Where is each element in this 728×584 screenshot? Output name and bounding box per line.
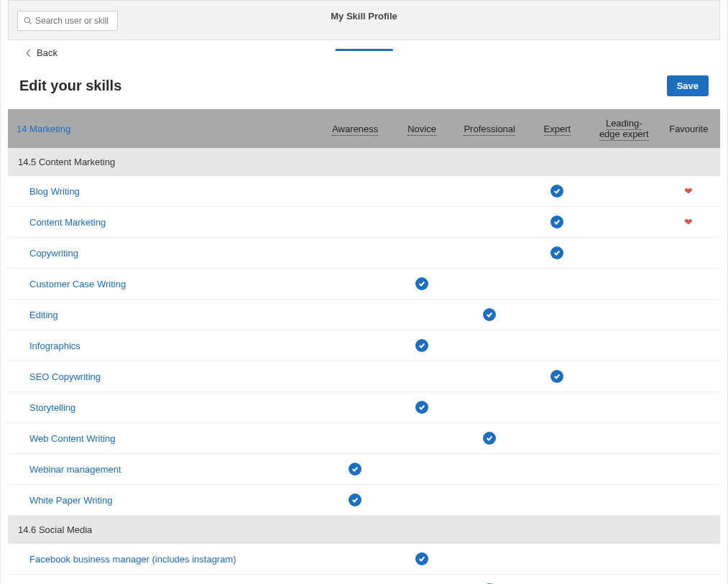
level-cell[interactable] — [591, 330, 658, 361]
favourite-cell[interactable] — [658, 269, 720, 300]
level-cell[interactable] — [455, 454, 524, 485]
level-cell[interactable] — [455, 330, 524, 361]
check-icon[interactable] — [415, 401, 428, 414]
level-cell[interactable] — [455, 269, 524, 300]
level-cell[interactable] — [455, 392, 524, 423]
level-cell[interactable] — [591, 269, 658, 300]
level-cell[interactable] — [591, 485, 658, 516]
level-cell[interactable] — [322, 330, 389, 361]
favourite-cell[interactable] — [658, 485, 720, 516]
skill-link[interactable]: Storytelling — [29, 402, 75, 413]
favourite-cell[interactable] — [658, 392, 720, 423]
level-cell[interactable] — [389, 300, 456, 330]
level-cell[interactable] — [322, 454, 389, 485]
search-box[interactable] — [17, 11, 118, 31]
level-cell[interactable] — [524, 269, 591, 300]
level-cell[interactable] — [591, 544, 658, 575]
level-cell[interactable] — [524, 361, 591, 392]
level-cell[interactable] — [524, 423, 591, 454]
favourite-cell[interactable] — [658, 361, 720, 392]
level-header-expert[interactable]: Expert — [524, 109, 591, 148]
skill-link[interactable]: Customer Case Writing — [29, 279, 126, 289]
favourite-cell[interactable] — [658, 300, 720, 330]
level-cell[interactable] — [389, 176, 456, 207]
level-cell[interactable] — [389, 454, 456, 485]
check-icon[interactable] — [550, 185, 563, 198]
level-cell[interactable] — [591, 207, 658, 238]
level-cell[interactable] — [389, 361, 456, 392]
skill-link[interactable]: Blog Writing — [29, 186, 80, 197]
level-cell[interactable] — [524, 392, 591, 423]
level-cell[interactable] — [322, 207, 389, 238]
heart-icon[interactable]: ❤ — [684, 216, 693, 228]
level-cell[interactable] — [524, 238, 591, 269]
skill-link[interactable]: Infographics — [29, 340, 80, 351]
level-cell[interactable] — [524, 300, 591, 330]
check-icon[interactable] — [349, 493, 361, 506]
level-cell[interactable] — [455, 485, 524, 516]
level-header-leading-edge[interactable]: Leading-edge expert — [591, 109, 658, 148]
favourite-cell[interactable] — [658, 423, 720, 454]
check-icon[interactable] — [483, 432, 496, 445]
level-cell[interactable] — [389, 207, 456, 238]
check-icon[interactable] — [415, 277, 428, 290]
level-cell[interactable] — [322, 238, 389, 269]
skill-link[interactable]: Web Content Writing — [29, 433, 115, 444]
level-cell[interactable] — [591, 392, 658, 423]
level-cell[interactable] — [322, 269, 389, 300]
level-cell[interactable] — [455, 575, 524, 585]
level-cell[interactable] — [524, 207, 591, 238]
level-cell[interactable] — [322, 485, 389, 516]
level-cell[interactable] — [322, 361, 389, 392]
level-cell[interactable] — [524, 330, 591, 361]
level-cell[interactable] — [455, 361, 524, 392]
level-header-awareness[interactable]: Awareness — [322, 109, 389, 148]
level-cell[interactable] — [455, 544, 524, 575]
level-cell[interactable] — [389, 485, 456, 516]
level-cell[interactable] — [524, 485, 591, 516]
skill-link[interactable]: White Paper Writing — [29, 495, 112, 506]
level-cell[interactable] — [455, 423, 524, 454]
level-cell[interactable] — [389, 269, 456, 300]
check-icon[interactable] — [550, 370, 563, 383]
back-link[interactable]: Back — [8, 40, 720, 65]
heart-icon[interactable]: ❤ — [684, 185, 693, 197]
save-button[interactable]: Save — [667, 75, 709, 96]
check-icon[interactable] — [483, 308, 496, 321]
check-icon[interactable] — [550, 215, 563, 228]
level-cell[interactable] — [322, 300, 389, 330]
favourite-cell[interactable] — [658, 454, 720, 485]
level-cell[interactable] — [455, 207, 524, 238]
level-cell[interactable] — [389, 392, 456, 423]
skill-link[interactable]: Webinar management — [29, 464, 121, 475]
skill-link[interactable]: Content Marketing — [29, 217, 106, 228]
search-input[interactable] — [35, 16, 111, 26]
level-cell[interactable] — [322, 544, 389, 575]
favourite-cell[interactable]: ❤ — [658, 176, 720, 207]
level-cell[interactable] — [591, 176, 658, 207]
level-cell[interactable] — [591, 423, 658, 454]
skill-link[interactable]: Facebook business manager (includes inst… — [29, 554, 236, 565]
favourite-cell[interactable] — [658, 575, 720, 585]
level-cell[interactable] — [455, 238, 524, 269]
level-header-novice[interactable]: Novice — [389, 109, 456, 148]
level-cell[interactable] — [524, 454, 591, 485]
skill-link[interactable]: Copywriting — [29, 248, 78, 259]
level-cell[interactable] — [389, 544, 456, 575]
level-cell[interactable] — [389, 238, 456, 269]
level-cell[interactable] — [524, 176, 591, 207]
level-cell[interactable] — [455, 300, 524, 330]
check-icon[interactable] — [550, 246, 563, 259]
level-cell[interactable] — [389, 575, 456, 585]
level-cell[interactable] — [591, 300, 658, 330]
level-cell[interactable] — [591, 454, 658, 485]
skill-link[interactable]: SEO Copywriting — [29, 371, 101, 382]
level-cell[interactable] — [389, 423, 456, 454]
category-header[interactable]: 14 Marketing — [8, 109, 322, 148]
tab-my-skill-profile[interactable]: My Skill Profile — [331, 11, 397, 36]
level-cell[interactable] — [524, 544, 591, 575]
level-cell[interactable] — [322, 176, 389, 207]
favourite-cell[interactable] — [658, 544, 720, 575]
level-cell[interactable] — [455, 176, 524, 207]
skill-link[interactable]: Editing — [29, 310, 58, 320]
